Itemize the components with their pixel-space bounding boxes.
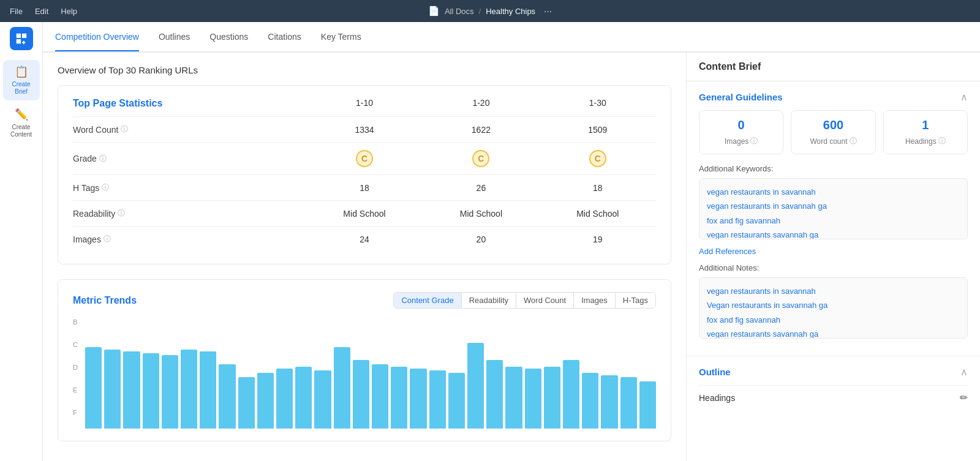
sidebar-item-create-brief[interactable]: 📋 Create Brief xyxy=(3,60,40,100)
filter-content-grade[interactable]: Content Grade xyxy=(394,293,461,308)
outline-headings-label: Headings xyxy=(699,393,735,403)
word-count-val-3: 1509 xyxy=(540,125,656,135)
tab-questions[interactable]: Questions xyxy=(209,23,248,51)
stat-headings-label: Headings ⓘ xyxy=(905,136,946,146)
add-references-link[interactable]: Add References xyxy=(699,247,968,256)
sidebar-item-create-content[interactable]: ✏️ Create Content xyxy=(3,103,40,143)
content-split: Overview of Top 30 Ranking URLs Top Page… xyxy=(43,53,980,461)
bar-17 xyxy=(410,369,426,429)
main-content: Competition Overview Outlines Questions … xyxy=(43,22,980,461)
bar-24 xyxy=(544,367,560,429)
readability-info-icon[interactable]: ⓘ xyxy=(118,208,125,219)
sidebar-logo xyxy=(10,27,33,50)
general-guidelines-title: General Guidelines xyxy=(699,92,783,102)
additional-notes-label: Additional Notes: xyxy=(699,263,968,272)
guidelines-stats: 0 Images ⓘ 600 Word count ⓘ xyxy=(699,110,968,154)
bar-23 xyxy=(525,369,541,429)
bar-16 xyxy=(391,367,407,429)
breadcrumb-all-docs[interactable]: All Docs xyxy=(445,7,474,16)
stats-row-readability: Readability ⓘ Mid School Mid School Mid … xyxy=(73,200,656,226)
grade-badge-2: C xyxy=(472,150,489,167)
stat-headings-info-icon[interactable]: ⓘ xyxy=(938,136,946,146)
tabs-bar: Competition Overview Outlines Questions … xyxy=(43,22,980,53)
edit-headings-icon[interactable]: ✏ xyxy=(960,392,968,403)
outline-collapse-icon[interactable]: ∧ xyxy=(960,366,968,378)
bar-9 xyxy=(257,373,274,429)
stats-row-htags: H Tags ⓘ 18 26 18 xyxy=(73,174,656,200)
bar-26 xyxy=(582,373,598,429)
chart-y-labels: B C D E F xyxy=(73,318,81,416)
htags-info-icon[interactable]: ⓘ xyxy=(102,182,109,193)
keyword-item: vegan restaurants savannah ga xyxy=(707,228,960,239)
breadcrumb: 📄 All Docs / Healthy Chips ⋯ xyxy=(428,6,552,17)
sidebar: 📋 Create Brief ✏️ Create Content xyxy=(0,22,43,461)
bar-25 xyxy=(563,360,579,429)
stat-word-count-value: 600 xyxy=(823,118,843,132)
stat-word-count-info-icon[interactable]: ⓘ xyxy=(850,136,857,146)
grade-info-icon[interactable]: ⓘ xyxy=(99,154,107,164)
tab-outlines[interactable]: Outlines xyxy=(159,23,190,51)
general-guidelines-collapse-icon[interactable]: ∧ xyxy=(960,91,968,103)
stats-row-word-count: Word Count ⓘ 1334 1622 1509 xyxy=(73,116,656,142)
stats-col-1-30: 1-30 xyxy=(540,98,656,109)
bar-8 xyxy=(238,377,255,429)
stats-row-grade: Grade ⓘ C C C xyxy=(73,142,656,174)
word-count-val-1: 1334 xyxy=(306,125,423,135)
bar-19 xyxy=(448,373,465,429)
keyword-item: vegan restaurants in savannah ga xyxy=(707,199,960,213)
stats-row-images: Images ⓘ 24 20 19 xyxy=(73,226,656,252)
bar-22 xyxy=(505,367,522,429)
menu-help[interactable]: Help xyxy=(61,7,77,16)
trends-header: Metric Trends Content Grade Readability … xyxy=(73,292,656,309)
y-label-b: B xyxy=(73,318,81,326)
content-brief-title: Content Brief xyxy=(687,53,980,81)
htags-val-2: 26 xyxy=(423,183,539,193)
bar-chart: B C D E F xyxy=(73,318,656,429)
bar-12 xyxy=(314,370,331,429)
grade-label: Grade ⓘ xyxy=(73,154,306,164)
bar-18 xyxy=(429,370,446,429)
readability-val-3: Mid School xyxy=(540,209,656,219)
y-label-c: C xyxy=(73,341,81,348)
create-brief-icon: 📋 xyxy=(15,65,28,78)
htags-val-3: 18 xyxy=(540,183,656,193)
chart-bars-area xyxy=(85,318,656,429)
tab-key-terms[interactable]: Key Terms xyxy=(321,23,361,51)
stat-card-word-count: 600 Word count ⓘ xyxy=(791,110,875,154)
menu-edit[interactable]: Edit xyxy=(35,7,48,16)
filter-readability[interactable]: Readability xyxy=(462,293,516,308)
bar-20 xyxy=(467,343,484,429)
outline-item-headings: Headings ✏ xyxy=(699,385,968,410)
app-layout: 📋 Create Brief ✏️ Create Content Competi… xyxy=(0,22,980,461)
notes-box: vegan restaurants in savannahVegan resta… xyxy=(699,277,968,339)
filter-images[interactable]: Images xyxy=(574,293,616,308)
keyword-item: fox and fig savannah xyxy=(707,214,960,228)
breadcrumb-doc-name: Healthy Chips xyxy=(486,7,535,16)
images-info-icon[interactable]: ⓘ xyxy=(104,234,111,244)
bar-21 xyxy=(486,360,503,429)
overview-title: Overview of Top 30 Ranking URLs xyxy=(58,65,671,75)
word-count-info-icon[interactable]: ⓘ xyxy=(121,124,128,135)
grade-val-3: C xyxy=(540,150,656,167)
stats-col-1-10: 1-10 xyxy=(306,98,423,109)
create-content-icon: ✏️ xyxy=(15,108,28,121)
tab-competition-overview[interactable]: Competition Overview xyxy=(55,23,139,51)
images-label: Images ⓘ xyxy=(73,234,306,244)
tab-citations[interactable]: Citations xyxy=(268,23,301,51)
y-label-e: E xyxy=(73,386,81,394)
filter-htags[interactable]: H-Tags xyxy=(616,293,655,308)
topbar: File Edit Help 📄 All Docs / Healthy Chip… xyxy=(0,0,980,22)
share-icon[interactable]: ⋯ xyxy=(544,7,552,16)
filter-word-count[interactable]: Word Count xyxy=(516,293,574,308)
word-count-label: Word Count ⓘ xyxy=(73,124,306,135)
additional-keywords-label: Additional Keywords: xyxy=(699,164,968,173)
bar-10 xyxy=(276,369,293,429)
bar-2 xyxy=(123,351,140,429)
bar-14 xyxy=(353,360,369,429)
stat-word-count-label: Word count ⓘ xyxy=(810,136,856,146)
stat-images-value: 0 xyxy=(738,118,745,132)
stat-images-info-icon[interactable]: ⓘ xyxy=(750,136,758,146)
bar-6 xyxy=(200,351,216,429)
menu-file[interactable]: File xyxy=(10,7,23,16)
images-val-3: 19 xyxy=(540,234,656,244)
